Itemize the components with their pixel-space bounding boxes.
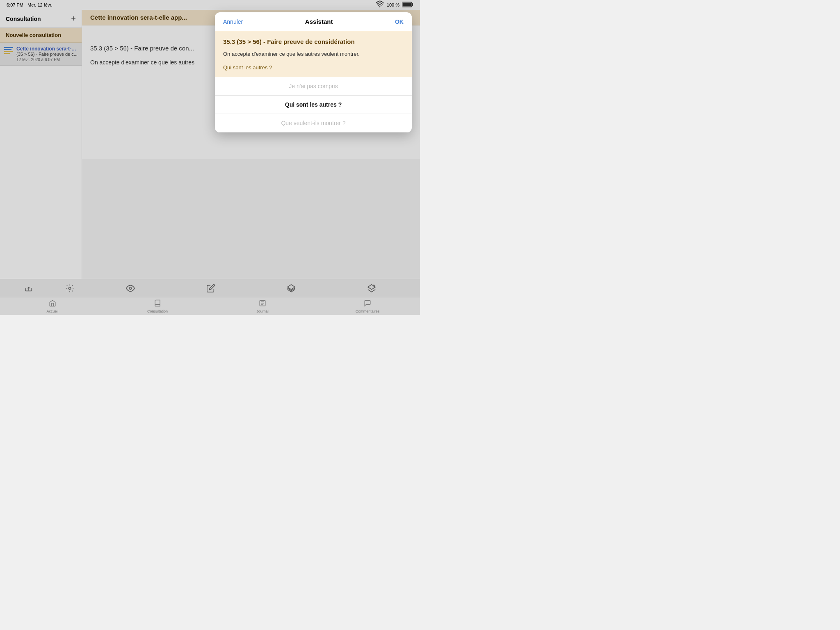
modal-ok-button[interactable]: OK [395,18,404,25]
assistant-modal: Annuler Assistant OK 35.3 (35 > 56) - Fa… [215,12,412,132]
modal-option-1[interactable]: Qui sont les autres ? [215,96,412,114]
modal-option-0[interactable]: Je n'ai pas compris [215,77,412,96]
modal-title: Assistant [305,18,333,25]
modal-options: Je n'ai pas compris Qui sont les autres … [215,77,412,132]
modal-overlay: Annuler Assistant OK 35.3 (35 > 56) - Fa… [0,0,420,315]
modal-section-title: 35.3 (35 > 56) - Faire preuve de considé… [223,38,404,46]
modal-header: Annuler Assistant OK [215,12,412,31]
modal-question: Qui sont les autres ? [223,64,404,71]
modal-cancel-button[interactable]: Annuler [223,18,243,25]
modal-content: 35.3 (35 > 56) - Faire preuve de considé… [215,31,412,77]
modal-option-2[interactable]: Que veulent-ils montrer ? [215,114,412,132]
modal-description: On accepte d'examiner ce que les autres … [223,50,404,58]
